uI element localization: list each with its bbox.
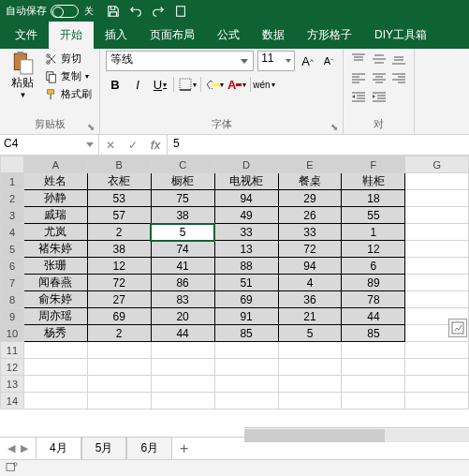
cell[interactable]: 20 [151,308,214,325]
cell[interactable]: 49 [214,207,278,224]
name-box[interactable]: C4 [0,135,99,155]
cell[interactable]: 杨秀 [23,325,87,342]
cell[interactable]: 83 [151,291,214,308]
cell[interactable] [405,258,469,275]
cell[interactable] [342,393,405,409]
cell[interactable]: 5 [151,224,214,241]
cell[interactable]: 4 [278,275,342,291]
cell[interactable] [405,224,469,241]
cell[interactable] [342,359,405,376]
row-header[interactable]: 8 [1,291,24,308]
column-header[interactable]: D [214,156,278,173]
qat-tool-icon[interactable] [174,5,187,18]
cell[interactable]: 12 [342,241,405,258]
cell[interactable]: 餐桌 [278,173,342,190]
row-header[interactable]: 4 [1,224,24,241]
cell[interactable]: 38 [87,241,151,258]
phonetic-button[interactable]: wén▾ [255,75,273,94]
font-name-select[interactable]: 等线 [106,51,254,71]
undo-icon[interactable] [129,5,142,18]
cell[interactable]: 86 [151,275,214,291]
cell[interactable] [151,393,214,409]
cancel-button[interactable]: ✕ [99,139,122,152]
cell[interactable] [405,241,469,258]
cell[interactable] [87,393,151,409]
sheet-tab[interactable]: 5月 [81,438,127,460]
cell[interactable]: 1 [342,224,405,241]
ribbon-tab[interactable]: 页面布局 [139,22,206,49]
cell[interactable]: 55 [342,207,405,224]
decrease-font-button[interactable]: Aˇ [320,52,337,70]
cell[interactable]: 91 [214,308,278,325]
fx-button[interactable]: fx [144,139,167,152]
cell[interactable]: 尤岚 [23,224,87,241]
cell[interactable] [23,376,87,393]
cell[interactable]: 5 [278,325,342,342]
cell[interactable] [214,376,278,393]
decrease-indent-button[interactable] [349,88,368,105]
cell[interactable]: 94 [278,258,342,275]
format-painter-button[interactable]: 格式刷 [43,86,94,102]
fill-color-button[interactable]: ▾ [205,75,224,94]
font-size-select[interactable]: 11 [257,51,295,71]
cell[interactable] [405,190,469,207]
cell[interactable]: 89 [342,275,405,291]
cell[interactable] [87,359,151,376]
row-header[interactable]: 13 [1,376,24,393]
cell[interactable]: 姓名 [23,173,87,190]
cell[interactable]: 85 [342,325,405,342]
row-header[interactable]: 1 [1,173,24,190]
row-header[interactable]: 10 [1,325,24,342]
cell[interactable] [405,342,469,359]
cell[interactable]: 36 [278,291,342,308]
cell[interactable]: 12 [87,258,151,275]
cell[interactable]: 衣柜 [87,173,151,190]
cell[interactable] [23,359,87,376]
cell[interactable]: 26 [278,207,342,224]
cell[interactable] [214,342,278,359]
cell[interactable]: 94 [214,190,278,207]
redo-icon[interactable] [152,5,165,18]
cell[interactable]: 戚瑞 [23,207,87,224]
cell[interactable] [405,359,469,376]
clipboard-launcher[interactable]: ⬊ [87,122,98,133]
horizontal-scrollbar[interactable] [244,427,469,442]
cell[interactable]: 51 [214,275,278,291]
cell[interactable]: 78 [342,291,405,308]
cell[interactable] [278,342,342,359]
ribbon-tab[interactable]: 插入 [94,22,139,49]
sheet-nav-prev[interactable]: ◀ [6,442,17,454]
cell[interactable] [214,393,278,409]
increase-indent-button[interactable] [370,88,388,105]
cell[interactable]: 41 [151,258,214,275]
increase-font-button[interactable]: A^ [299,52,315,70]
italic-button[interactable]: I [128,75,147,94]
column-header[interactable]: A [23,156,87,173]
cell[interactable] [405,393,469,409]
cell[interactable]: 75 [151,190,214,207]
cell[interactable] [151,342,214,359]
cell[interactable]: 闻春燕 [23,275,87,291]
bold-button[interactable]: B [106,75,125,94]
row-header[interactable]: 3 [1,207,24,224]
cell[interactable]: 电视柜 [214,173,278,190]
row-header[interactable]: 7 [1,275,24,291]
cell[interactable]: 85 [214,325,278,342]
cell[interactable] [151,359,214,376]
cell[interactable]: 69 [87,308,151,325]
cell[interactable] [342,342,405,359]
column-header[interactable]: C [151,156,214,173]
row-header[interactable]: 14 [1,393,24,409]
cell[interactable] [151,376,214,393]
cell[interactable] [405,173,469,190]
cell[interactable]: 2 [87,224,151,241]
add-sheet-button[interactable]: + [172,440,196,457]
cell[interactable] [23,393,87,409]
cell[interactable]: 72 [87,275,151,291]
row-header[interactable]: 6 [1,258,24,275]
cell[interactable]: 2 [87,325,151,342]
cell[interactable] [405,275,469,291]
cell[interactable]: 21 [278,308,342,325]
ribbon-tab[interactable]: 方形格子 [296,22,363,49]
row-header[interactable]: 11 [1,342,24,359]
